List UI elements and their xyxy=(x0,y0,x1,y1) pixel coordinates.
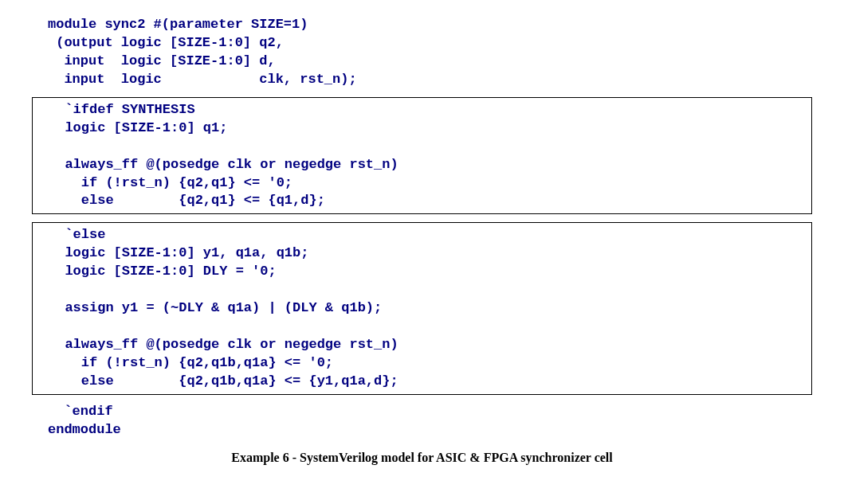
figure-caption: Example 6 - SystemVerilog model for ASIC… xyxy=(32,449,812,467)
module-footer: `endif endmodule xyxy=(32,403,812,440)
code-line: if (!rst_n) {q2,q1b,q1a} <= '0; xyxy=(49,355,333,370)
code-line: logic [SIZE-1:0] q1; xyxy=(49,120,227,135)
code-line: else {q2,q1b,q1a} <= {y1,q1a,d}; xyxy=(49,373,398,389)
code-line: `else xyxy=(49,227,105,242)
code-line: always_ff @(posedge clk or negedge rst_n… xyxy=(49,157,398,172)
code-line: input logic clk, rst_n); xyxy=(48,72,357,87)
code-line: assign y1 = (~DLY & q1a) | (DLY & q1b); xyxy=(49,300,382,315)
code-line: module sync2 #(parameter SIZE=1) xyxy=(48,17,308,32)
code-line: `endif xyxy=(48,404,113,419)
else-code: `else logic [SIZE-1:0] y1, q1a, q1b; log… xyxy=(37,226,807,390)
module-header: module sync2 #(parameter SIZE=1) (output… xyxy=(32,16,812,89)
code-line: logic [SIZE-1:0] y1, q1a, q1b; xyxy=(49,245,308,260)
synthesis-code: `ifdef SYNTHESIS logic [SIZE-1:0] q1; al… xyxy=(37,101,807,211)
code-line: input logic [SIZE-1:0] d, xyxy=(48,53,276,68)
code-line: `ifdef SYNTHESIS xyxy=(49,102,195,117)
code-line: always_ff @(posedge clk or negedge rst_n… xyxy=(49,337,398,352)
code-line: endmodule xyxy=(48,422,121,437)
code-line: if (!rst_n) {q2,q1} <= '0; xyxy=(49,175,292,190)
code-line: logic [SIZE-1:0] DLY = '0; xyxy=(49,264,277,279)
synthesis-block: `ifdef SYNTHESIS logic [SIZE-1:0] q1; al… xyxy=(32,97,812,215)
else-block: `else logic [SIZE-1:0] y1, q1a, q1b; log… xyxy=(32,222,812,394)
code-line: (output logic [SIZE-1:0] q2, xyxy=(48,35,284,50)
code-line: else {q2,q1} <= {q1,d}; xyxy=(49,193,325,208)
